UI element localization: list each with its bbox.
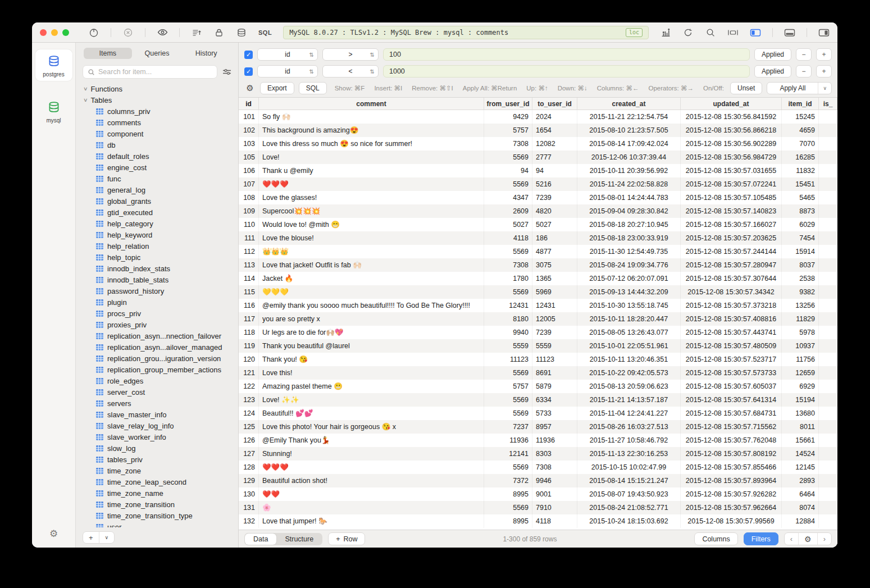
cell-updated-at[interactable]: 2015-12-08 15:30:56.866218 — [681, 124, 782, 137]
cell-to-user-id[interactable]: 11123 — [532, 353, 577, 366]
cell-is[interactable] — [819, 407, 837, 420]
connect-icon[interactable] — [88, 27, 99, 38]
cell-item-id[interactable]: 15914 — [782, 245, 819, 258]
cell-comment[interactable]: This background is amazing😍 — [259, 124, 484, 137]
cell-from-user-id[interactable]: 9940 — [484, 326, 532, 339]
cell-to-user-id[interactable]: 8691 — [532, 366, 577, 380]
cell-is[interactable] — [819, 380, 837, 393]
cell-updated-at[interactable]: 2015-12-08 15:30:57.480509 — [681, 339, 782, 353]
cell-comment[interactable]: @emily thank you soooo much beautiful!!!… — [259, 299, 484, 312]
cell-id[interactable]: 132 — [239, 514, 259, 528]
cell-from-user-id[interactable]: 8180 — [484, 312, 532, 326]
table-list-item[interactable]: slave_worker_info — [76, 431, 238, 443]
table-list-item[interactable]: replication_asyn...ailover_managed — [76, 341, 238, 353]
cell-item-id[interactable]: 8074 — [782, 501, 819, 514]
cell-is[interactable] — [819, 191, 837, 204]
cell-is[interactable] — [819, 137, 837, 151]
table-row[interactable]: 113 Love that jacket! Outfit is fab 🙌🏻 7… — [239, 258, 837, 272]
unset-button[interactable]: Unset — [730, 82, 762, 94]
table-list-item[interactable]: help_relation — [76, 240, 238, 252]
cell-created-at[interactable]: 2015-10-15 10:02:47.99 — [577, 461, 681, 474]
cell-item-id[interactable]: 16285 — [782, 151, 819, 164]
column-header-is[interactable]: is_ — [819, 98, 837, 110]
cell-from-user-id[interactable]: 7308 — [484, 258, 532, 272]
cell-item-id[interactable]: 6929 — [782, 380, 819, 393]
cell-to-user-id[interactable]: 186 — [532, 231, 577, 245]
cell-created-at[interactable]: 2015-11-13 22:30:16.253 — [577, 447, 681, 461]
cell-updated-at[interactable]: 2015-12-08 15:30:57.715562 — [681, 420, 782, 434]
table-list-item[interactable]: func — [76, 173, 238, 184]
cell-id[interactable]: 108 — [239, 191, 259, 204]
cell-id[interactable]: 116 — [239, 299, 259, 312]
cell-is[interactable] — [819, 461, 837, 474]
cell-is[interactable] — [819, 245, 837, 258]
cell-item-id[interactable]: 11829 — [782, 312, 819, 326]
column-header-id[interactable]: id — [239, 98, 259, 110]
cell-from-user-id[interactable]: 11936 — [484, 434, 532, 447]
cell-id[interactable]: 106 — [239, 164, 259, 177]
table-row[interactable]: 101 So fly 🙌🏻 9429 2024 2015-11-21 22:12… — [239, 110, 837, 124]
cell-from-user-id[interactable]: 4347 — [484, 191, 532, 204]
add-row-button[interactable]: + Row — [328, 532, 365, 545]
cell-updated-at[interactable]: 2015-12-08 15:30:57.962664 — [681, 501, 782, 514]
connection-postgres[interactable]: postgres — [35, 49, 72, 81]
cell-item-id[interactable]: 14524 — [782, 447, 819, 461]
cell-to-user-id[interactable]: 2777 — [532, 151, 577, 164]
cell-updated-at[interactable]: 2015-12-08 15:30:57.893964 — [681, 474, 782, 487]
cell-is[interactable] — [819, 312, 837, 326]
cell-updated-at[interactable]: 2015-12-08 15:30:57.140823 — [681, 204, 782, 218]
table-list-item[interactable]: replication_grou...iguration_version — [76, 353, 238, 364]
filter-applied-button[interactable]: Applied — [754, 48, 791, 61]
export-button[interactable]: Export — [260, 82, 294, 94]
cell-created-at[interactable]: 2015-10-11 18:28:20.447 — [577, 312, 681, 326]
cell-item-id[interactable]: 15245 — [782, 110, 819, 124]
table-row[interactable]: 109 Supercool💥💥💥 2609 4820 2015-09-04 09… — [239, 204, 837, 218]
cell-id[interactable]: 115 — [239, 285, 259, 299]
cell-comment[interactable]: Love! ✨✨ — [259, 393, 484, 407]
cell-id[interactable]: 102 — [239, 124, 259, 137]
cell-is[interactable] — [819, 272, 837, 285]
cell-from-user-id[interactable]: 5569 — [484, 151, 532, 164]
cell-id[interactable]: 129 — [239, 474, 259, 487]
cell-updated-at[interactable]: 2015-12-08 15:30:57.926282 — [681, 487, 782, 501]
column-header-from-user-id[interactable]: from_user_id — [484, 98, 532, 110]
cell-is[interactable] — [819, 339, 837, 353]
cell-id[interactable]: 120 — [239, 353, 259, 366]
table-row[interactable]: 105 Love! 5569 2777 2015-12-06 10:37:39.… — [239, 151, 837, 164]
cell-from-user-id[interactable]: 12431 — [484, 299, 532, 312]
filter-column-select[interactable]: id ⇅ — [257, 48, 318, 61]
cell-id[interactable]: 109 — [239, 204, 259, 218]
cell-item-id[interactable]: 15451 — [782, 177, 819, 191]
cell-updated-at[interactable]: 2015-12-08 15:30:56.902289 — [681, 137, 782, 151]
table-row[interactable]: 122 Amazing pastel theme 😬 5757 5879 201… — [239, 380, 837, 393]
cell-from-user-id[interactable]: 7308 — [484, 137, 532, 151]
cell-from-user-id[interactable]: 5559 — [484, 339, 532, 353]
cell-created-at[interactable]: 2015-10-11 20:39:56.992 — [577, 164, 681, 177]
table-row[interactable]: 127 Stunning! 12141 8303 2015-11-13 22:3… — [239, 447, 837, 461]
filter-settings-gear-icon[interactable]: ⚙ — [244, 83, 256, 93]
cell-from-user-id[interactable]: 5569 — [484, 285, 532, 299]
cell-comment[interactable]: you are so pretty x — [259, 312, 484, 326]
cell-comment[interactable]: 👑👑👑 — [259, 245, 484, 258]
cell-updated-at[interactable]: 2015-12-08 15:30:57.307644 — [681, 272, 782, 285]
cell-item-id[interactable]: 12145 — [782, 461, 819, 474]
cell-item-id[interactable]: 8037 — [782, 258, 819, 272]
add-item-dropdown[interactable]: ∨ — [99, 532, 115, 543]
cell-to-user-id[interactable]: 5733 — [532, 407, 577, 420]
cell-item-id[interactable]: 15194 — [782, 393, 819, 407]
cell-comment[interactable]: Thank you beautiful @laurel — [259, 339, 484, 353]
table-list-item[interactable]: server_cost — [76, 386, 238, 398]
cell-to-user-id[interactable]: 8303 — [532, 447, 577, 461]
cell-is[interactable] — [819, 285, 837, 299]
table-list-item[interactable]: time_zone_name — [76, 487, 238, 499]
cell-is[interactable] — [819, 353, 837, 366]
disconnect-icon[interactable] — [122, 27, 134, 38]
cell-created-at[interactable]: 2015-08-01 14:24:44.783 — [577, 191, 681, 204]
cell-from-user-id[interactable]: 7237 — [484, 420, 532, 434]
cell-created-at[interactable]: 2015-08-07 19:43:50.923 — [577, 487, 681, 501]
cell-created-at[interactable]: 2015-08-14 17:09:42.024 — [577, 137, 681, 151]
cell-id[interactable]: 118 — [239, 326, 259, 339]
panel-bottom-icon[interactable] — [784, 27, 795, 38]
page-settings-gear-icon[interactable]: ⚙ — [798, 533, 817, 545]
filter-enabled-checkbox[interactable]: ✓ — [244, 51, 253, 59]
